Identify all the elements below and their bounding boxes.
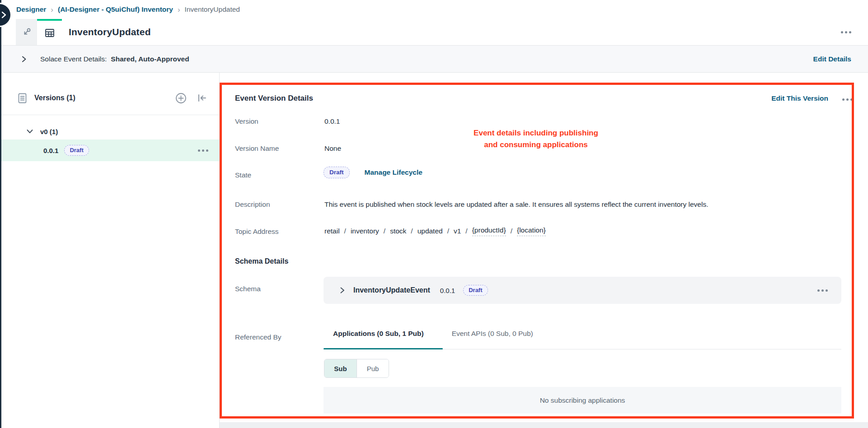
state-field-row: Draft Manage Lifecycle [324, 167, 422, 178]
content-end-background [220, 422, 868, 428]
nav-rail-edge [0, 0, 1, 428]
version-name-field-label: Version Name [235, 144, 279, 153]
version-field-value: 0.0.1 [324, 117, 340, 126]
annotation-line2: and consuming applications [436, 139, 635, 151]
edit-details-button[interactable]: Edit Details [813, 55, 851, 63]
versions-document-icon [18, 93, 27, 103]
version-more-menu-button[interactable] [198, 149, 208, 152]
version-list-item-selected[interactable]: 0.0.1 Draft [1, 140, 219, 161]
panel-title: Event Version Details [235, 94, 313, 103]
topic-separator: / [511, 227, 512, 235]
schema-card[interactable]: InventoryUpdateEvent 0.0.1 Draft [324, 277, 841, 304]
chevron-right-icon [339, 287, 346, 294]
description-field-label: Description [235, 200, 270, 209]
schema-version: 0.0.1 [440, 287, 455, 294]
topic-segment: updated [418, 227, 443, 235]
tab-row: InventoryUpdated [1, 19, 868, 45]
versions-sidebar: Versions (1) [1, 73, 220, 428]
details-bar-value: Shared, Auto-Approved [111, 55, 189, 63]
breadcrumb-separator-icon: › [51, 6, 53, 14]
referenced-by-tabs: Applications (0 Sub, 1 Pub) Event APIs (… [324, 330, 543, 349]
active-tab-indicator [324, 348, 443, 349]
version-number: 0.0.1 [43, 147, 58, 154]
collapse-left-icon [197, 93, 207, 103]
referenced-by-label: Referenced By [235, 333, 282, 341]
tab-graph-view[interactable] [16, 19, 37, 45]
topic-variable-segment: {productId} [472, 226, 506, 236]
page-title: InventoryUpdated [69, 19, 151, 45]
tab-event-apis[interactable]: Event APIs (0 Sub, 0 Pub) [442, 330, 543, 349]
topic-address-field-label: Topic Address [235, 228, 279, 236]
schema-name: InventoryUpdateEvent [353, 286, 430, 294]
sidebar-divider [1, 115, 219, 115]
chevron-right-icon [0, 11, 7, 19]
breadcrumb-designer[interactable]: Designer [16, 5, 46, 14]
versions-title: Versions (1) [34, 94, 175, 102]
topic-separator: / [411, 227, 413, 235]
topic-segment: inventory [351, 227, 379, 235]
version-status-badge: Draft [64, 145, 89, 156]
schema-status-badge: Draft [463, 285, 488, 296]
topic-separator: / [344, 227, 346, 235]
breadcrumb-application-domain[interactable]: (AI-Designer - Q5uiChuf) Inventory [58, 5, 173, 14]
breadcrumb-current-event: InventoryUpdated [185, 5, 240, 14]
topic-separator: / [447, 227, 449, 235]
pub-toggle-button[interactable]: Pub [357, 359, 389, 377]
chevron-right-icon [20, 56, 28, 63]
state-field-label: State [235, 171, 251, 179]
page-more-menu-button[interactable] [841, 31, 851, 33]
version-details-more-menu-button[interactable] [842, 98, 853, 101]
topic-address-value: retail / inventory / stock / updated / v… [324, 226, 546, 236]
table-icon [44, 28, 55, 38]
expand-details-button[interactable] [20, 56, 28, 63]
topic-separator: / [384, 227, 385, 235]
topic-segment: stock [390, 227, 406, 235]
edit-this-version-button[interactable]: Edit This Version [771, 94, 828, 102]
solace-event-details-bar: Solace Event Details: Shared, Auto-Appro… [1, 45, 868, 73]
tab-applications[interactable]: Applications (0 Sub, 1 Pub) [324, 330, 433, 349]
graph-view-icon [22, 27, 32, 37]
topic-segment: retail [324, 227, 340, 235]
sub-pub-toggle: Sub Pub [324, 359, 389, 378]
sub-toggle-button[interactable]: Sub [324, 359, 357, 377]
version-group-v0[interactable]: v0 (1) [26, 123, 58, 140]
collapse-sidebar-button[interactable] [197, 93, 207, 103]
version-name-field-value: None [324, 144, 341, 153]
version-group-label: v0 (1) [40, 128, 58, 135]
details-bar-label: Solace Event Details: [40, 55, 107, 63]
schema-field-label: Schema [235, 285, 261, 293]
manage-lifecycle-link[interactable]: Manage Lifecycle [365, 168, 422, 177]
chevron-down-icon [26, 128, 33, 135]
versions-header: Versions (1) [1, 91, 219, 105]
empty-state-message: No subscribing applications [540, 396, 625, 405]
topic-segment: v1 [454, 227, 461, 235]
schema-details-heading: Schema Details [235, 257, 288, 265]
add-version-button[interactable] [175, 93, 187, 104]
version-field-label: Version [235, 117, 258, 126]
breadcrumb-separator-icon: › [178, 6, 180, 14]
annotation-note: Event details including publishing and c… [436, 127, 635, 151]
breadcrumb: Designer › (AI-Designer - Q5uiChuf) Inve… [1, 0, 868, 19]
annotation-line1: Event details including publishing [436, 127, 635, 139]
description-field-value: This event is published when stock level… [324, 200, 850, 209]
tab-details-view-active[interactable] [37, 19, 62, 45]
plus-circle-icon [175, 93, 187, 104]
schema-more-menu-button[interactable] [817, 289, 828, 292]
topic-separator: / [465, 227, 467, 235]
solace-designer-app: Designer › (AI-Designer - Q5uiChuf) Inve… [0, 0, 868, 428]
empty-state-panel: No subscribing applications [324, 387, 841, 414]
topic-variable-segment: {location} [517, 226, 546, 236]
event-version-details-panel: Event Version Details Edit This Version … [220, 73, 868, 422]
state-badge: Draft [324, 167, 350, 178]
